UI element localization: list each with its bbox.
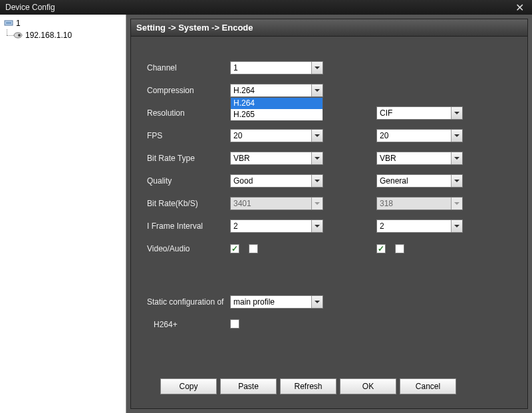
label-compression: Compression (147, 86, 230, 95)
close-icon[interactable]: ✕ (512, 2, 527, 13)
settings-panel: Setting -> System -> Encode Channel 1 Co… (130, 19, 528, 409)
bitratetype-select[interactable]: VBR (230, 152, 323, 165)
audio-sub-checkbox[interactable] (395, 244, 404, 253)
label-h264plus: H264+ (147, 320, 230, 329)
iframe-sub-select[interactable]: 2 (376, 219, 463, 233)
label-bitratetype: Bit Rate Type (147, 154, 230, 163)
tree-child-label: 192.168.1.10 (25, 31, 72, 40)
label-videoaudio: Video/Audio (147, 244, 230, 253)
window-title: Device Config (5, 3, 55, 12)
chevron-down-icon (311, 62, 323, 74)
chevron-down-icon (311, 296, 323, 308)
content-area: Setting -> System -> Encode Channel 1 Co… (126, 15, 532, 413)
label-iframe: I Frame Interval (147, 221, 230, 231)
chevron-down-icon (311, 198, 323, 209)
compression-select[interactable]: H.264 (230, 84, 323, 97)
label-quality: Quality (147, 176, 230, 186)
chevron-down-icon (451, 107, 462, 119)
chevron-down-icon (311, 220, 323, 232)
quality-select[interactable]: Good (230, 174, 323, 188)
chevron-down-icon (311, 175, 323, 187)
resolution-sub-select[interactable]: CIF (376, 106, 463, 120)
iframe-select[interactable]: 2 (230, 219, 323, 233)
label-resolution: Resolution (147, 108, 230, 118)
copy-button[interactable]: Copy (160, 378, 217, 394)
refresh-button[interactable]: Refresh (280, 378, 336, 394)
chevron-down-icon (451, 130, 462, 142)
chevron-down-icon (451, 220, 462, 232)
breadcrumb: Setting -> System -> Encode (131, 19, 527, 37)
label-channel: Channel (147, 63, 230, 72)
paste-button[interactable]: Paste (220, 378, 277, 394)
channel-select[interactable]: 1 (230, 61, 323, 74)
label-fps: FPS (147, 131, 230, 140)
window-body: 1 192.168.1.10 Setting -> System -> Enco… (0, 15, 532, 413)
svg-rect-1 (6, 22, 11, 24)
label-staticconf: Static configuration of (147, 297, 237, 307)
button-row: Copy Paste Refresh OK Cancel (160, 378, 511, 394)
fps-sub-select[interactable]: 20 (376, 129, 463, 142)
svg-point-3 (18, 34, 21, 37)
h264plus-checkbox[interactable] (230, 319, 239, 329)
chevron-down-icon (451, 198, 462, 209)
titlebar: Device Config ✕ (0, 0, 532, 15)
chevron-down-icon (311, 130, 323, 142)
chevron-down-icon (311, 152, 323, 164)
device-icon (4, 19, 13, 27)
bitratetype-sub-select[interactable]: VBR (376, 152, 463, 165)
video-sub-checkbox[interactable] (376, 244, 386, 253)
chevron-down-icon (311, 84, 323, 96)
quality-sub-select[interactable]: General (376, 174, 463, 188)
device-tree: 1 192.168.1.10 (0, 15, 126, 413)
compression-dropdown: H.264 H.265 (230, 97, 323, 121)
video-main-checkbox[interactable] (230, 244, 239, 253)
fps-select[interactable]: 20 (230, 129, 323, 142)
tree-child[interactable]: 192.168.1.10 (1, 29, 124, 41)
tree-root-label: 1 (16, 19, 21, 28)
camera-icon (13, 31, 23, 39)
device-config-window: Device Config ✕ 1 192.168.1.10 Setting -… (0, 0, 532, 413)
audio-main-checkbox[interactable] (249, 244, 258, 253)
static-profile-select[interactable]: main profile (230, 295, 323, 309)
label-bitrate: Bit Rate(Kb/S) (147, 199, 230, 208)
cancel-button[interactable]: Cancel (400, 378, 456, 394)
ok-button[interactable]: OK (340, 378, 396, 394)
bitrate-select: 3401 (230, 197, 323, 210)
encode-form: Channel 1 Compression H.264 (131, 37, 527, 394)
compression-option-h264[interactable]: H.264 (231, 98, 323, 109)
compression-option-h265[interactable]: H.265 (231, 109, 323, 120)
chevron-down-icon (451, 152, 462, 164)
bitrate-sub-select: 318 (376, 197, 463, 210)
tree-root[interactable]: 1 (1, 17, 124, 29)
chevron-down-icon (451, 175, 462, 187)
